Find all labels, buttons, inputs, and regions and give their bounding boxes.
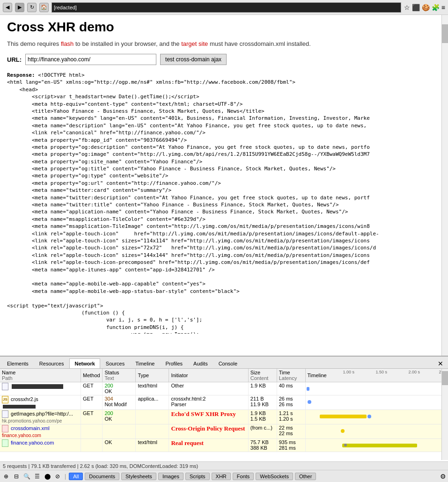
- tab-sources[interactable]: Sources: [101, 358, 130, 368]
- row5-timeline: [305, 439, 448, 452]
- network-scroll[interactable]: NamePath Method StatusText Type Initiato…: [0, 369, 448, 460]
- browser-toolbar: ◀ ▶ ↻ 🏠 ☆ ⬛ 🍪 🧩 ≡: [0, 0, 448, 15]
- row2-name: JS crossxhr2.js: [0, 395, 81, 410]
- scrollbar-thumb[interactable]: [442, 24, 448, 43]
- prohibit-icon[interactable]: ⊘: [53, 472, 62, 481]
- tab-console[interactable]: Console: [213, 358, 242, 368]
- row4-time: 22 ms22 ms: [277, 424, 305, 439]
- home-button[interactable]: 🏠: [39, 3, 49, 12]
- row1-time: 40 ms: [277, 382, 305, 395]
- menu-icon[interactable]: ≡: [441, 4, 445, 11]
- row1-size: 1.9 KB: [248, 382, 277, 395]
- row1-initiator: Other: [169, 382, 248, 395]
- filter-stylesheets[interactable]: Stylesheets: [121, 473, 156, 480]
- row2-method: GET: [81, 395, 103, 410]
- row5-name: finance.yahoo.com: [0, 439, 81, 452]
- tab-timeline[interactable]: Timeline: [130, 358, 160, 368]
- filter-fonts[interactable]: Fonts: [233, 473, 254, 480]
- file-icon-5: [2, 439, 8, 447]
- row3-name: getImages.php?file=http:/... hk.promotio…: [0, 410, 81, 424]
- col-timeline[interactable]: Timeline 1.00 s 1.50 s 2.00 s 2.50 s: [305, 369, 448, 382]
- filter-images[interactable]: Images: [158, 473, 184, 480]
- col-status[interactable]: StatusText: [103, 369, 136, 382]
- col-time[interactable]: TimeLatency: [277, 369, 305, 382]
- filter-all[interactable]: All: [69, 473, 83, 480]
- row2-time: 26 ms26 ms: [277, 395, 305, 410]
- file-icon-1: [2, 383, 8, 390]
- row4-type: [136, 424, 169, 439]
- row5-method: [81, 439, 103, 452]
- devtools-settings-icon[interactable]: ⚙: [440, 473, 446, 480]
- back-button[interactable]: ◀: [3, 3, 12, 12]
- puzzle-icon[interactable]: 🧩: [432, 4, 440, 11]
- row1-name: [0, 382, 81, 395]
- devtools-close-button[interactable]: ✕: [435, 359, 446, 368]
- network-table: NamePath Method StatusText Type Initiato…: [0, 369, 448, 452]
- col-type[interactable]: Type: [136, 369, 169, 382]
- filter-scripts[interactable]: Scripts: [185, 473, 210, 480]
- url-row: URL: test cross-domain ajax: [7, 54, 441, 65]
- row3-path: hk.promotions.yahoo.com/pe: [2, 418, 62, 424]
- row1-timeline: [305, 382, 448, 395]
- row4-timeline: [305, 424, 448, 439]
- col-size[interactable]: SizeContent: [248, 369, 277, 382]
- filter-xhr[interactable]: XHR: [212, 473, 231, 480]
- network-summary-text: 5 requests | 79.1 KB transferred | 2.62 …: [3, 463, 198, 469]
- response-text: Response: <!DOCTYPE html> <html lang="en…: [7, 72, 441, 334]
- tab-network[interactable]: Network: [69, 358, 100, 368]
- col-name[interactable]: NamePath: [0, 369, 81, 382]
- devtools-bottom-toolbar: ⊕ ⊟ 🔍 ☰ ⬤ ⊘ | All Documents Stylesheets …: [0, 470, 448, 482]
- row1-method: GET: [81, 382, 103, 395]
- row5-size: 75.7 KB388 KB: [248, 439, 277, 452]
- row3-initiator: Echo'd SWF XHR Proxy: [169, 410, 248, 424]
- row4-initiator: Cross-Origin Policy Request: [169, 424, 248, 439]
- block-icon[interactable]: ⬤: [43, 472, 51, 481]
- table-row[interactable]: crossdomain.xml finance.yahoo.com Cross-…: [0, 424, 448, 439]
- file-icon-3: [2, 410, 8, 418]
- page-title: Cross XHR demo: [7, 20, 441, 35]
- row4-size: (from c...): [248, 424, 277, 439]
- filter-documents[interactable]: Documents: [85, 473, 119, 480]
- url-input[interactable]: [25, 54, 156, 65]
- list-icon[interactable]: ☰: [33, 472, 41, 481]
- inspect-icon[interactable]: ⊕: [2, 472, 10, 481]
- stop-icon[interactable]: ⬛: [412, 4, 420, 11]
- row3-time: 1.21 s1.20 s: [277, 410, 305, 424]
- page-description: This demo requires flash to be installed…: [7, 40, 441, 47]
- row5-type: text/html: [136, 439, 169, 452]
- address-bar[interactable]: [51, 2, 401, 13]
- test-button[interactable]: test cross-domain ajax: [160, 54, 227, 65]
- url-label: URL:: [7, 56, 22, 63]
- table-row[interactable]: finance.yahoo.com OK text/html Real requ…: [0, 439, 448, 452]
- row2-initiator: crossxhr.html:2Parser: [169, 395, 248, 410]
- cookie-icon[interactable]: 🍪: [422, 4, 430, 11]
- forward-button[interactable]: ▶: [15, 3, 24, 12]
- col-initiator[interactable]: Initiator: [169, 369, 248, 382]
- row2-timeline: [305, 395, 448, 410]
- network-content: NamePath Method StatusText Type Initiato…: [0, 369, 448, 460]
- filter-websockets[interactable]: WebSockets: [256, 473, 293, 480]
- row4-status: [103, 424, 136, 439]
- row3-method: GET: [81, 410, 103, 424]
- row3-status: 200OK: [103, 410, 136, 424]
- tab-audits[interactable]: Audits: [188, 358, 213, 368]
- col-method[interactable]: Method: [81, 369, 103, 382]
- network-scrollbar[interactable]: [441, 369, 448, 460]
- table-header: NamePath Method StatusText Type Initiato…: [0, 369, 448, 382]
- tab-profiles[interactable]: Profiles: [160, 358, 188, 368]
- network-summary: 5 requests | 79.1 KB transferred | 2.62 …: [0, 461, 448, 470]
- table-row[interactable]: GET 200OK text/html Other 1.9 KB 40 ms: [0, 382, 448, 395]
- row2-size: 211 B11.9 KB: [248, 395, 277, 410]
- table-row[interactable]: getImages.php?file=http:/... hk.promotio…: [0, 410, 448, 424]
- network-scrollbar-thumb[interactable]: [442, 371, 448, 385]
- row5-time: 935 ms281 ms: [277, 439, 305, 452]
- row2-path-redacted: [3, 405, 36, 409]
- filter-other[interactable]: Other: [295, 473, 316, 480]
- tab-resources[interactable]: Resources: [34, 358, 69, 368]
- reload-button[interactable]: ↻: [27, 3, 37, 12]
- bookmark-icon[interactable]: ☆: [404, 4, 410, 11]
- table-row[interactable]: JS crossxhr2.js GET 304Not Modif applica…: [0, 395, 448, 410]
- layout-icon[interactable]: ⊟: [12, 472, 21, 481]
- search-icon[interactable]: 🔍: [22, 472, 31, 481]
- tab-elements[interactable]: Elements: [2, 358, 34, 368]
